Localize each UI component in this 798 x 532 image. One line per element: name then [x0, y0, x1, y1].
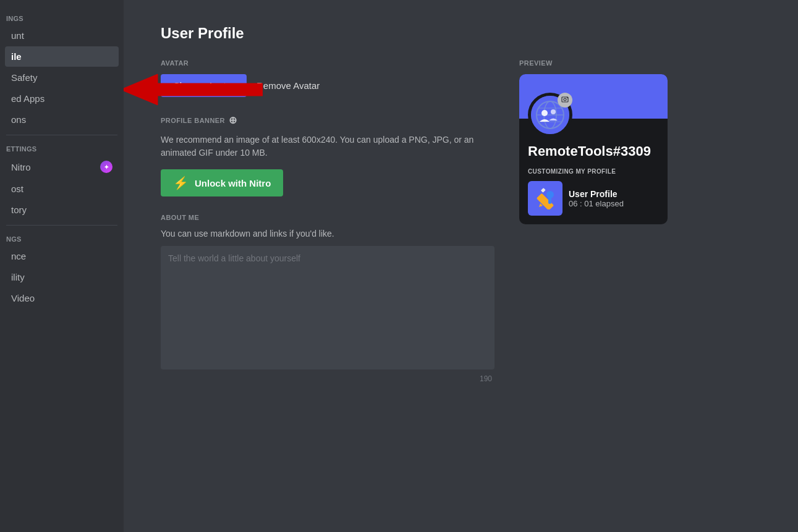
- left-column: AVATAR Change Avatar Remove Avatar: [161, 59, 495, 383]
- sidebar-item-video[interactable]: Video: [5, 288, 119, 308]
- about-me-description: You can use markdown and links if you'd …: [161, 229, 495, 239]
- sidebar-item-profile[interactable]: ile: [5, 46, 119, 67]
- profile-username: RemoteTools#3309: [528, 143, 659, 159]
- svg-point-10: [564, 98, 566, 101]
- profile-card-banner: [519, 74, 668, 119]
- profile-card: RemoteTools#3309 CUSTOMIZING MY PROFILE: [519, 74, 668, 224]
- banner-section-label: PROFILE BANNER ⊕: [161, 114, 495, 126]
- profile-card-avatar-wrap: [528, 93, 572, 137]
- sidebar-section-app-settings-2: NGS: [0, 230, 124, 245]
- sidebar-item-profile-label: ile: [11, 51, 112, 62]
- nitro-swirl-icon: ✦: [100, 161, 112, 173]
- avatar-buttons: Change Avatar Remove Avatar: [161, 74, 495, 97]
- sidebar-item-boost[interactable]: ost: [5, 179, 119, 199]
- sidebar: INGS unt ile Safety ed Apps ons ETTINGS …: [0, 0, 124, 532]
- sidebar-item-video-label: Video: [11, 293, 112, 303]
- main-content: User Profile AVATAR Change Avatar Remove…: [124, 0, 798, 532]
- nitro-bolt-icon: ⚡: [173, 175, 189, 190]
- sidebar-section-app-settings: ETTINGS: [0, 140, 124, 155]
- sidebar-item-apps-label: ed Apps: [11, 93, 112, 104]
- sidebar-section-settings: INGS: [0, 10, 124, 25]
- sidebar-item-safety-label: Safety: [11, 72, 112, 83]
- right-column: PREVIEW: [519, 59, 668, 224]
- change-avatar-button[interactable]: Change Avatar: [161, 74, 247, 97]
- char-count: 190: [161, 374, 495, 383]
- about-me-textarea[interactable]: [161, 246, 495, 369]
- sidebar-item-nitro[interactable]: Nitro ✦: [5, 156, 119, 178]
- sidebar-item-apps[interactable]: ed Apps: [5, 88, 119, 109]
- sidebar-item-accessibility[interactable]: ility: [5, 267, 119, 287]
- svg-point-14: [546, 191, 554, 198]
- avatar-edit-icon[interactable]: [558, 93, 572, 108]
- content-layout: AVATAR Change Avatar Remove Avatar: [161, 59, 773, 383]
- sidebar-item-accessibility-label: ility: [11, 272, 112, 282]
- sidebar-item-history-label: tory: [11, 205, 112, 215]
- about-me-section: ABOUT ME You can use markdown and links …: [161, 214, 495, 383]
- activity-pencil-icon: [534, 187, 556, 209]
- svg-rect-15: [548, 198, 551, 204]
- svg-point-8: [551, 109, 556, 114]
- activity-info: User Profile 06 : 01 elapsed: [569, 189, 624, 208]
- avatar-section: AVATAR Change Avatar Remove Avatar: [161, 59, 495, 97]
- sidebar-item-account[interactable]: unt: [5, 25, 119, 46]
- profile-discriminator: #3309: [613, 143, 651, 159]
- banner-description: We recommend an image of at least 600x24…: [161, 133, 495, 159]
- activity-title: User Profile: [569, 189, 624, 199]
- nitro-badge-icon: ⊕: [229, 114, 237, 126]
- activity-item: User Profile 06 : 01 elapsed: [528, 181, 659, 216]
- sidebar-item-appearance[interactable]: nce: [5, 246, 119, 266]
- customizing-label: CUSTOMIZING MY PROFILE: [528, 168, 659, 175]
- activity-elapsed: 06 : 01 elapsed: [569, 199, 624, 208]
- sidebar-item-account-label: unt: [11, 30, 112, 41]
- about-me-section-label: ABOUT ME: [161, 214, 495, 221]
- avatar-section-label: AVATAR: [161, 59, 495, 67]
- remove-avatar-container: Remove Avatar: [257, 80, 320, 91]
- sidebar-item-connections[interactable]: ons: [5, 109, 119, 130]
- sidebar-item-nitro-label: Nitro: [11, 162, 100, 172]
- sidebar-item-appearance-label: nce: [11, 251, 112, 261]
- sidebar-item-connections-label: ons: [11, 114, 112, 125]
- svg-point-7: [541, 110, 548, 116]
- sidebar-divider-1: [6, 135, 117, 135]
- svg-rect-13: [541, 188, 546, 193]
- sidebar-item-history[interactable]: tory: [5, 200, 119, 220]
- sidebar-item-boost-label: ost: [11, 184, 112, 194]
- banner-section: PROFILE BANNER ⊕ We recommend an image o…: [161, 114, 495, 196]
- unlock-nitro-button[interactable]: ⚡ Unlock with Nitro: [161, 169, 283, 196]
- sidebar-item-safety[interactable]: Safety: [5, 67, 119, 88]
- page-title: User Profile: [161, 25, 773, 42]
- remove-avatar-button[interactable]: Remove Avatar: [257, 80, 320, 91]
- activity-icon: [528, 181, 562, 216]
- sidebar-divider-2: [6, 225, 117, 226]
- preview-label: PREVIEW: [519, 59, 668, 67]
